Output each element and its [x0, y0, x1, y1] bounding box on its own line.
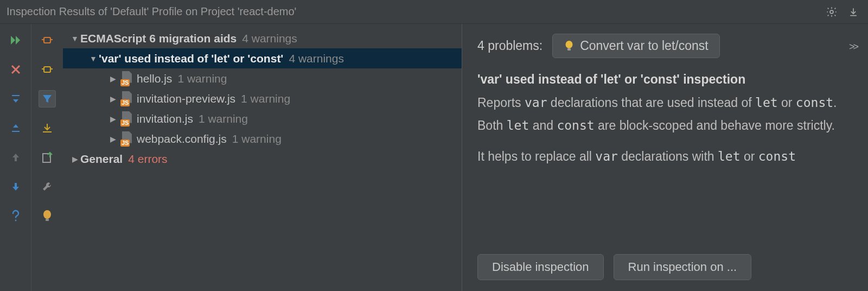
- svg-point-0: [830, 10, 833, 14]
- tree-file-row[interactable]: ▶ JS webpack.config.js 1 warning: [63, 129, 462, 149]
- inspection-tree: ▼ ECMAScript 6 migration aids 4 warnings…: [63, 24, 462, 291]
- js-file-icon: JS: [120, 111, 133, 126]
- svg-rect-1: [12, 95, 20, 96]
- wrench-icon[interactable]: [39, 178, 56, 195]
- chevron-right-icon: ▶: [107, 74, 118, 83]
- tree-inspection-var[interactable]: ▼ 'var' used instead of 'let' or 'const'…: [63, 48, 462, 68]
- inspection-detail: 4 problems: Convert var to let/const >> …: [462, 24, 868, 291]
- chevron-right-icon: ▶: [107, 94, 118, 103]
- tree-file-row[interactable]: ▶ JS invitation-preview.js 1 warning: [63, 88, 462, 109]
- bulb-icon[interactable]: [39, 207, 56, 225]
- rerun-icon[interactable]: [7, 31, 24, 49]
- tree-group-general[interactable]: ▶ General 4 errors: [63, 149, 462, 169]
- js-file-icon: JS: [120, 131, 133, 147]
- quick-fix-label: Convert var to let/const: [580, 39, 709, 53]
- chevron-down-icon: ▼: [69, 34, 80, 43]
- js-file-icon: JS: [120, 91, 133, 106]
- svg-point-7: [43, 210, 51, 219]
- bulb-icon: [564, 41, 575, 52]
- problems-count: 4 problems:: [477, 39, 542, 53]
- chevron-right-icon: ▶: [107, 115, 118, 123]
- disable-inspection-button[interactable]: Disable inspection: [477, 254, 604, 280]
- svg-rect-5: [44, 67, 50, 72]
- export-up-icon[interactable]: [39, 149, 56, 166]
- group-orange-icon[interactable]: [39, 31, 56, 49]
- more-icon[interactable]: >>: [849, 39, 857, 53]
- export-down-icon[interactable]: [39, 119, 56, 137]
- close-icon[interactable]: [7, 61, 24, 78]
- svg-rect-6: [43, 154, 50, 162]
- chevron-right-icon: ▶: [107, 135, 118, 143]
- tree-file-row[interactable]: ▶ JS hello.js 1 warning: [63, 68, 462, 88]
- chevron-down-icon: ▼: [88, 54, 99, 63]
- chevron-right-icon: ▶: [69, 155, 80, 163]
- svg-rect-8: [46, 219, 49, 221]
- collapse-bottom-icon[interactable]: [7, 119, 24, 137]
- svg-rect-4: [44, 37, 50, 43]
- arrow-up-icon[interactable]: [7, 149, 24, 166]
- svg-point-3: [15, 220, 16, 222]
- svg-rect-2: [12, 131, 20, 132]
- group-yellow-icon[interactable]: [39, 61, 56, 78]
- window-title: Inspection Results of 'Default' Profile …: [7, 5, 296, 18]
- run-inspection-button[interactable]: Run inspection on ...: [614, 254, 752, 280]
- gear-icon[interactable]: [824, 4, 840, 20]
- js-file-icon: JS: [120, 71, 133, 86]
- toolbar-secondary: [31, 24, 63, 291]
- arrow-down-icon[interactable]: [7, 178, 24, 195]
- tree-file-row[interactable]: ▶ JS invitation.js 1 warning: [63, 109, 462, 129]
- quick-fix-button[interactable]: Convert var to let/const: [552, 34, 720, 58]
- tree-group-ecmascript[interactable]: ▼ ECMAScript 6 migration aids 4 warnings: [63, 28, 462, 48]
- collapse-top-icon[interactable]: [7, 90, 24, 107]
- inspection-title: 'var' used instead of 'let' or 'const' i…: [477, 72, 857, 87]
- inspection-description: Reports var declarations that are used i…: [477, 93, 857, 170]
- help-icon[interactable]: [7, 207, 24, 225]
- download-icon[interactable]: [845, 4, 861, 20]
- titlebar: Inspection Results of 'Default' Profile …: [0, 0, 868, 24]
- svg-rect-10: [567, 48, 571, 50]
- toolbar-left: [0, 24, 31, 291]
- svg-point-9: [566, 41, 573, 48]
- filter-icon[interactable]: [39, 90, 56, 107]
